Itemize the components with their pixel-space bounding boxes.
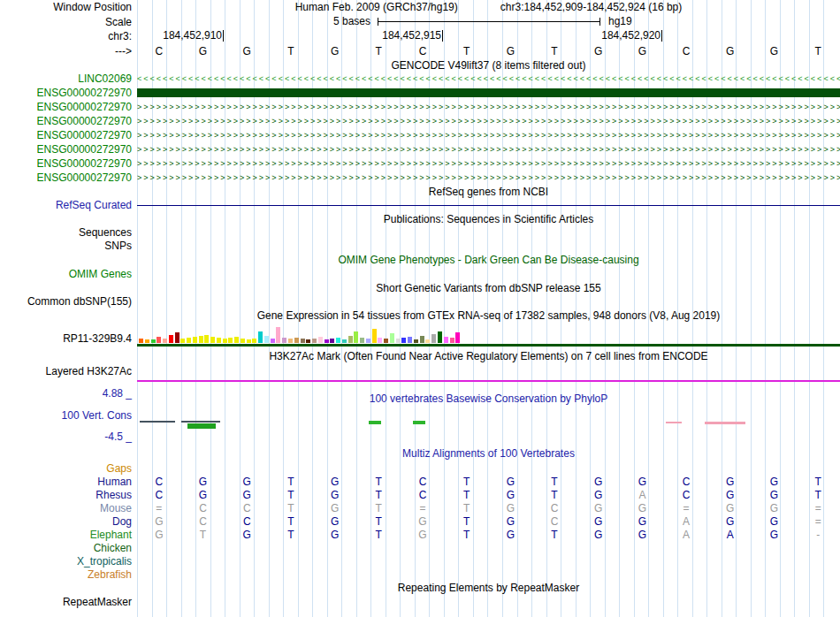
gene-strand-arrows[interactable]: >>>>>>>>>>>>>>>>>>>>>>>>>>>>>>>>>>>>>>>>…: [137, 171, 840, 185]
alignment-base: G: [708, 475, 752, 488]
alignment-base: G: [577, 488, 621, 501]
gene-track[interactable]: >>>>>>>>>>>>>>>>>>>>>>>>>>>>>>>>>>>>>>>>…: [137, 171, 840, 185]
gtex-tissue-bar: [431, 334, 436, 343]
gene-row: ENSG00000272970>>>>>>>>>>>>>>>>>>>>>>>>>…: [0, 128, 840, 142]
species-row-x_tropicalis: X_tropicalis: [0, 554, 840, 567]
alignment-base: C: [401, 488, 445, 501]
gtex-tissue-bar: [372, 329, 377, 343]
gene-track[interactable]: <<<<<<<<<<<<<<<<<<<<<<<<<<<<<<<<<<<<<<<<…: [137, 72, 840, 86]
species-row-chicken: Chicken: [0, 541, 840, 554]
reference-base: T: [269, 43, 313, 58]
gene-label[interactable]: ENSG00000272970: [0, 157, 137, 170]
gene-track[interactable]: >>>>>>>>>>>>>>>>>>>>>>>>>>>>>>>>>>>>>>>>…: [137, 156, 840, 171]
gtex-tissue-bar: [330, 339, 334, 343]
species-label[interactable]: Elephant: [0, 529, 137, 541]
species-alignment-track[interactable]: CGGTGTCTGTGGCGGT: [137, 475, 840, 488]
phylop-track-label[interactable]: 100 Vert. Cons: [0, 409, 132, 422]
snps-label[interactable]: SNPs: [0, 240, 137, 252]
gene-strand-arrows[interactable]: >>>>>>>>>>>>>>>>>>>>>>>>>>>>>>>>>>>>>>>>…: [137, 156, 840, 171]
gtex-header[interactable]: Gene Expression in 54 tissues from GTEx …: [257, 309, 721, 322]
gene-label[interactable]: ENSG00000272970: [0, 171, 137, 184]
alignment-base: T: [532, 488, 577, 501]
gene-strand-arrows[interactable]: >>>>>>>>>>>>>>>>>>>>>>>>>>>>>>>>>>>>>>>>…: [137, 128, 840, 142]
alignment-base: T: [356, 501, 401, 514]
gene-track[interactable]: [137, 86, 840, 100]
refseq-header[interactable]: RefSeq genes from NCBI: [429, 186, 548, 198]
gene-exon-bar[interactable]: [137, 88, 840, 97]
alignment-base: G: [137, 528, 181, 541]
gtex-gene-label[interactable]: RP11-329B9.4: [0, 332, 137, 349]
species-row-elephant: ElephantGTGTGTGTGTGGAAG-: [0, 528, 840, 541]
gene-label[interactable]: LINC02069: [0, 72, 137, 85]
common-dbsnp-label[interactable]: Common dbSNP(155): [0, 295, 137, 308]
species-alignment-track[interactable]: [137, 461, 840, 475]
refseq-curated-label[interactable]: RefSeq Curated: [0, 199, 137, 211]
alignment-base: T: [532, 528, 577, 541]
alignment-base: A: [621, 488, 665, 501]
gene-strand-arrows[interactable]: >>>>>>>>>>>>>>>>>>>>>>>>>>>>>>>>>>>>>>>>…: [137, 114, 840, 128]
omim-genes-label[interactable]: OMIM Genes: [0, 268, 137, 280]
gene-label[interactable]: ENSG00000272970: [0, 143, 137, 156]
publications-header[interactable]: Publications: Sequences in Scientific Ar…: [384, 213, 593, 225]
species-label[interactable]: Chicken: [0, 542, 137, 554]
species-label[interactable]: X_tropicalis: [0, 555, 137, 567]
species-alignment-track[interactable]: CGGTGTCTGTGACGGT: [137, 488, 840, 501]
gene-track[interactable]: >>>>>>>>>>>>>>>>>>>>>>>>>>>>>>>>>>>>>>>>…: [137, 128, 840, 142]
refseq-curated-track[interactable]: [137, 198, 840, 212]
gene-label[interactable]: ENSG00000272970: [0, 101, 137, 113]
coordinate-label: 184,452,920: [577, 30, 662, 42]
alignment-base: T: [181, 528, 225, 541]
alignment-base: =: [796, 514, 840, 528]
repeatmasker-header[interactable]: Repeating Elements by RepeatMasker: [398, 582, 579, 594]
species-label[interactable]: Human: [0, 476, 137, 488]
gene-row: ENSG00000272970>>>>>>>>>>>>>>>>>>>>>>>>>…: [0, 100, 840, 114]
dbsnp-header-row: Short Genetic Variants from dbSNP releas…: [0, 281, 840, 294]
gene-strand-arrows[interactable]: >>>>>>>>>>>>>>>>>>>>>>>>>>>>>>>>>>>>>>>>…: [137, 142, 840, 156]
omim-header[interactable]: OMIM Gene Phenotypes - Dark Green Can Be…: [338, 254, 638, 266]
species-alignment-track[interactable]: GTGTGTGTGTGGAAG-: [137, 528, 840, 541]
gene-label[interactable]: ENSG00000272970: [0, 87, 137, 99]
species-alignment-track[interactable]: [137, 554, 840, 567]
gtex-tissue-bar: [264, 336, 269, 343]
species-label[interactable]: Gaps: [0, 462, 137, 475]
h3k27ac-header[interactable]: H3K27Ac Mark (Often Found Near Active Re…: [269, 350, 707, 362]
phylop-track[interactable]: 100 vertebrates Basewise Conservation by…: [137, 385, 840, 446]
species-alignment-track[interactable]: =CCTGT=TGCGG=GG=: [137, 501, 840, 514]
gene-track[interactable]: >>>>>>>>>>>>>>>>>>>>>>>>>>>>>>>>>>>>>>>>…: [137, 142, 840, 156]
repeatmasker-label[interactable]: RepeatMasker: [0, 596, 137, 608]
gtex-tissue-bar: [234, 337, 239, 343]
gene-track[interactable]: >>>>>>>>>>>>>>>>>>>>>>>>>>>>>>>>>>>>>>>>…: [137, 114, 840, 128]
gene-track[interactable]: >>>>>>>>>>>>>>>>>>>>>>>>>>>>>>>>>>>>>>>>…: [137, 100, 840, 114]
species-alignment-track[interactable]: [137, 541, 840, 554]
alignment-base: G: [313, 501, 357, 514]
gene-strand-arrows[interactable]: <<<<<<<<<<<<<<<<<<<<<<<<<<<<<<<<<<<<<<<<…: [137, 72, 840, 86]
sequences-label[interactable]: Sequences: [0, 226, 137, 239]
species-label[interactable]: Rhesus: [0, 489, 137, 501]
species-label[interactable]: Dog: [0, 515, 137, 528]
reference-base: C: [401, 43, 445, 58]
layered-h3k27ac-track[interactable]: [137, 362, 840, 385]
species-alignment-track[interactable]: [137, 567, 840, 581]
common-dbsnp-row: Common dbSNP(155): [0, 294, 840, 308]
multiz-header[interactable]: Multiz Alignments of 100 Vertebrates: [402, 447, 575, 460]
alignment-base: T: [445, 528, 489, 541]
gtex-tissue-bar: [301, 339, 305, 343]
reference-base: T: [445, 43, 489, 58]
alignment-base: G: [708, 488, 752, 501]
gene-strand-arrows[interactable]: >>>>>>>>>>>>>>>>>>>>>>>>>>>>>>>>>>>>>>>>…: [137, 100, 840, 114]
layered-h3k27ac-label[interactable]: Layered H3K27Ac: [0, 362, 137, 377]
species-label[interactable]: Zebrafish: [0, 568, 137, 581]
alignment-base: G: [708, 514, 752, 528]
species-alignment-track[interactable]: GCCTGTGTGCGGAGG=: [137, 514, 840, 528]
gtex-tissue-bar: [408, 337, 412, 343]
gene-label[interactable]: ENSG00000272970: [0, 115, 137, 127]
gtex-track[interactable]: [137, 323, 840, 349]
gtex-tissue-bar: [151, 339, 156, 343]
gtex-tissue-bar: [318, 337, 323, 343]
dbsnp-header[interactable]: Short Genetic Variants from dbSNP releas…: [376, 282, 600, 294]
gene-label[interactable]: ENSG00000272970: [0, 129, 137, 141]
gtex-tissue-bar: [276, 327, 280, 343]
alignment-base: G: [489, 501, 533, 514]
species-label[interactable]: Mouse: [0, 502, 137, 514]
gencode-header[interactable]: GENCODE V49lift37 (8 items filtered out): [391, 59, 585, 72]
